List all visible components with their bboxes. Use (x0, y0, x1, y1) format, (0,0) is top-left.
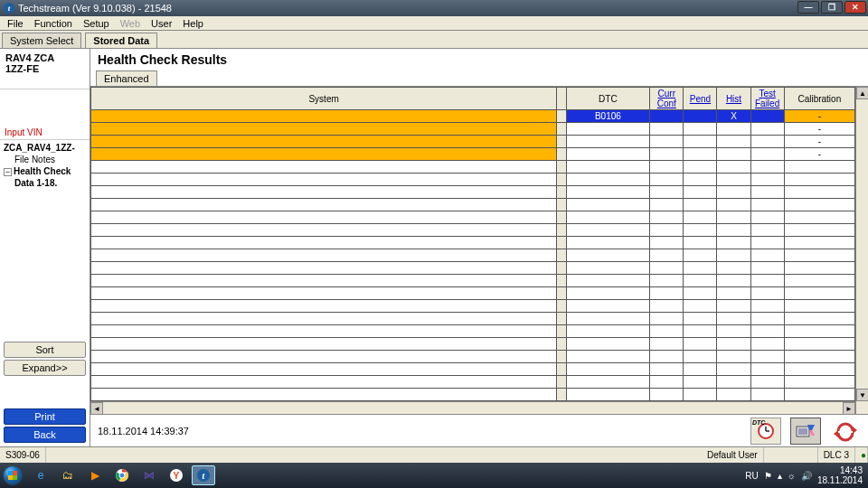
table-row[interactable] (91, 300, 855, 313)
table-row[interactable] (91, 174, 855, 186)
taskbar-media-icon[interactable]: ▶ (83, 465, 107, 485)
table-row[interactable]: B0106X- (91, 110, 855, 123)
tree-health-check[interactable]: −Health Check (0, 165, 90, 177)
tab-stored-data[interactable]: Stored Data (85, 33, 157, 48)
table-cell (557, 300, 566, 313)
table-row[interactable] (91, 262, 855, 275)
taskbar-techstream-icon[interactable]: t (192, 465, 215, 485)
app-icon: t (4, 3, 14, 14)
table-cell (750, 389, 784, 401)
col-curr-conf[interactable]: Curr Conf (650, 88, 684, 110)
scroll-down-icon[interactable]: ▼ (856, 389, 868, 401)
table-cell (750, 148, 784, 161)
dtc-clock-button[interactable]: DTC (750, 418, 781, 445)
tray-volume-icon[interactable]: 🔊 (801, 471, 812, 481)
table-cell (650, 249, 684, 262)
table-row[interactable] (91, 338, 855, 351)
back-button[interactable]: Back (4, 427, 86, 443)
menu-file[interactable]: File (2, 18, 29, 29)
minimize-button[interactable]: — (797, 1, 819, 14)
table-row[interactable] (91, 249, 855, 262)
tree-collapse-icon[interactable]: − (4, 168, 12, 176)
col-system[interactable]: System (91, 88, 557, 110)
table-row[interactable]: - (91, 148, 855, 161)
scroll-right-icon[interactable]: ► (843, 402, 855, 414)
menu-setup[interactable]: Setup (78, 18, 115, 29)
print-button[interactable]: Print (4, 408, 86, 425)
scroll-left-icon[interactable]: ◄ (90, 402, 103, 414)
tray-power-icon[interactable]: ☼ (788, 471, 796, 481)
table-row[interactable] (91, 313, 855, 325)
table-row[interactable] (91, 199, 855, 211)
table-cell (784, 262, 854, 275)
close-button[interactable]: ✕ (844, 1, 866, 14)
tray-flag-icon[interactable]: ⚑ (764, 471, 772, 481)
table-cell (684, 338, 717, 351)
table-cell (566, 287, 650, 300)
col-hist[interactable]: Hist (717, 88, 750, 110)
taskbar-chrome-icon[interactable] (110, 465, 134, 485)
scroll-up-icon[interactable]: ▲ (856, 87, 868, 99)
table-row[interactable] (91, 363, 855, 376)
table-row[interactable] (91, 237, 855, 249)
table-row[interactable] (91, 325, 855, 338)
sort-button[interactable]: Sort (4, 342, 86, 358)
tree-health-check-label: Health Check (14, 166, 71, 176)
tab-system-select[interactable]: System Select (2, 33, 81, 48)
table-cell (650, 199, 684, 211)
table-cell (784, 237, 854, 249)
start-button[interactable] (0, 463, 25, 488)
refresh-button[interactable] (830, 418, 861, 445)
table-row[interactable] (91, 161, 855, 174)
tree-file-notes[interactable]: File Notes (0, 154, 90, 165)
table-row[interactable] (91, 275, 855, 287)
table-row[interactable] (91, 351, 855, 363)
tray-lang[interactable]: RU (745, 471, 758, 481)
horizontal-scrollbar[interactable]: ◄ ► (90, 401, 855, 414)
table-row[interactable] (91, 376, 855, 389)
tree-data-entry[interactable]: Data 1-18. (0, 177, 90, 189)
table-row[interactable] (91, 211, 855, 224)
tree-root[interactable]: ZCA_RAV4_1ZZ- (0, 142, 90, 154)
table-cell (91, 262, 557, 275)
col-pend[interactable]: Pend (684, 88, 717, 110)
col-test-failed[interactable]: Test Failed (750, 88, 784, 110)
taskbar-yandex-icon[interactable]: Y (165, 465, 188, 485)
table-cell (717, 199, 750, 211)
table-cell (91, 199, 557, 211)
col-curr-conf-link[interactable]: Curr Conf (657, 89, 676, 108)
expand-button[interactable]: Expand>> (4, 360, 86, 376)
table-row[interactable] (91, 224, 855, 237)
taskbar-app1-icon[interactable]: ⋈ (137, 465, 161, 485)
tab-enhanced[interactable]: Enhanced (96, 70, 157, 86)
taskbar-explorer-icon[interactable]: 🗂 (56, 465, 80, 485)
table-cell (557, 338, 566, 351)
table-row[interactable] (91, 389, 855, 401)
col-calibration[interactable]: Calibration (784, 88, 854, 110)
maximize-button[interactable]: ❐ (821, 1, 843, 14)
table-row[interactable] (91, 287, 855, 300)
erase-button[interactable] (790, 418, 821, 445)
menu-function[interactable]: Function (29, 18, 78, 29)
table-cell (684, 148, 717, 161)
vertical-scrollbar[interactable]: ▲ ▼ (855, 87, 868, 414)
col-dtc[interactable]: DTC (566, 88, 650, 110)
col-test-failed-link[interactable]: Test Failed (755, 89, 779, 108)
input-vin-link[interactable]: Input VIN (0, 126, 90, 139)
tray-chevron-icon[interactable]: ▴ (778, 471, 782, 481)
results-grid[interactable]: System DTC Curr Conf Pend Hist Test Fail… (90, 87, 855, 414)
table-cell (750, 174, 784, 186)
tray-clock[interactable]: 14:43 18.11.2014 (817, 465, 863, 485)
col-hist-link[interactable]: Hist (726, 94, 741, 104)
table-cell (557, 136, 566, 148)
table-cell (684, 351, 717, 363)
table-row[interactable]: - (91, 123, 855, 136)
session-tree[interactable]: ZCA_RAV4_1ZZ- File Notes −Health Check D… (0, 140, 90, 338)
table-cell (717, 186, 750, 199)
col-pend-link[interactable]: Pend (690, 94, 711, 104)
taskbar-ie-icon[interactable]: e (29, 465, 52, 485)
menu-help[interactable]: Help (177, 18, 209, 29)
table-row[interactable] (91, 186, 855, 199)
table-row[interactable]: - (91, 136, 855, 148)
menu-user[interactable]: User (146, 18, 177, 29)
